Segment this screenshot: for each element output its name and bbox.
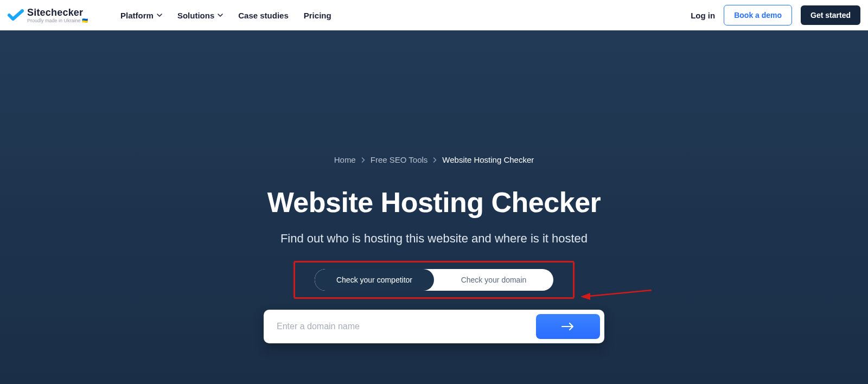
logo-subtitle: Proudly made in Ukraine 🇺🇦 bbox=[27, 18, 88, 23]
logo[interactable]: Sitechecker Proudly made in Ukraine 🇺🇦 bbox=[8, 8, 88, 23]
annotation-arrow-icon bbox=[578, 288, 654, 306]
nav-case-studies-label: Case studies bbox=[238, 11, 289, 20]
main-header: Sitechecker Proudly made in Ukraine 🇺🇦 P… bbox=[0, 0, 868, 30]
nav-case-studies[interactable]: Case studies bbox=[238, 11, 289, 20]
breadcrumb-home[interactable]: Home bbox=[334, 155, 356, 164]
svg-marker-1 bbox=[580, 293, 590, 300]
book-demo-button[interactable]: Book a demo bbox=[724, 5, 792, 25]
toggle-check-domain[interactable]: Check your domain bbox=[434, 269, 553, 291]
nav-solutions-label: Solutions bbox=[177, 11, 214, 20]
annotation-highlight-box: Check your competitor Check your domain bbox=[293, 261, 575, 299]
domain-search bbox=[264, 310, 604, 343]
breadcrumb: Home Free SEO Tools Website Hosting Chec… bbox=[334, 155, 534, 164]
nav-pricing-label: Pricing bbox=[304, 11, 331, 20]
page-title: Website Hosting Checker bbox=[267, 186, 601, 219]
logo-title: Sitechecker bbox=[27, 8, 88, 17]
login-link[interactable]: Log in bbox=[691, 11, 715, 20]
get-started-button[interactable]: Get started bbox=[801, 5, 860, 25]
breadcrumb-tools[interactable]: Free SEO Tools bbox=[371, 155, 428, 164]
nav-pricing[interactable]: Pricing bbox=[304, 11, 331, 20]
nav-solutions[interactable]: Solutions bbox=[177, 11, 223, 20]
domain-input[interactable] bbox=[277, 322, 536, 331]
hero-section: Home Free SEO Tools Website Hosting Chec… bbox=[0, 30, 868, 384]
chevron-down-icon bbox=[157, 14, 162, 17]
chevron-right-icon bbox=[433, 157, 437, 163]
mode-toggle: Check your competitor Check your domain bbox=[315, 269, 553, 291]
header-right: Log in Book a demo Get started bbox=[691, 5, 860, 25]
arrow-right-icon bbox=[561, 322, 575, 331]
svg-line-0 bbox=[589, 290, 652, 296]
breadcrumb-current: Website Hosting Checker bbox=[442, 155, 534, 164]
toggle-check-competitor[interactable]: Check your competitor bbox=[315, 269, 434, 291]
nav-platform[interactable]: Platform bbox=[120, 11, 162, 20]
submit-button[interactable] bbox=[536, 314, 600, 339]
chevron-right-icon bbox=[361, 157, 365, 163]
main-nav: Platform Solutions Case studies Pricing bbox=[120, 11, 331, 20]
page-subtitle: Find out who is hosting this website and… bbox=[280, 232, 588, 246]
chevron-down-icon bbox=[218, 14, 223, 17]
logo-text: Sitechecker Proudly made in Ukraine 🇺🇦 bbox=[27, 8, 88, 23]
sitechecker-logo-icon bbox=[8, 9, 24, 22]
nav-platform-label: Platform bbox=[120, 11, 154, 20]
